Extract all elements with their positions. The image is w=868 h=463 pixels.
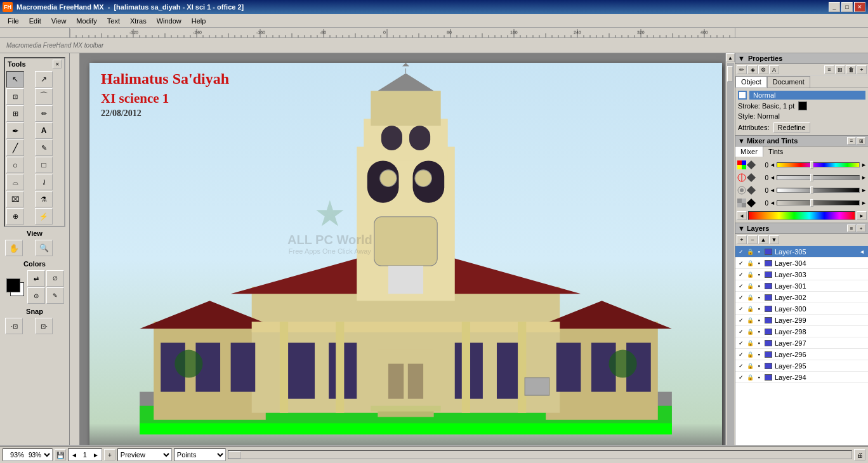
menu-item-file[interactable]: File <box>3 16 24 26</box>
layer-visibility-check[interactable]: ✓ <box>737 271 746 278</box>
layer-visibility-check[interactable]: ✓ <box>737 329 746 335</box>
layer-visibility-check[interactable]: ✓ <box>737 283 746 289</box>
layer-lock-icon[interactable]: 🔒 <box>746 317 754 323</box>
status-scrollbar[interactable] <box>228 450 852 459</box>
layer-lock-icon[interactable]: 🔒 <box>746 260 754 266</box>
props-add-icon[interactable]: + <box>857 65 867 74</box>
layer-visibility-check[interactable]: ✓ <box>737 260 746 266</box>
layer-row[interactable]: ✓ 🔒 ▪ Layer-303 <box>735 269 868 280</box>
knife-tool[interactable]: ⌧ <box>6 191 24 207</box>
crop-tool[interactable]: ⊞ <box>6 105 24 122</box>
layers-expand-icon[interactable]: ▼ <box>738 225 745 232</box>
snap-point-tool[interactable]: ⋅⊡ <box>5 318 23 334</box>
mixer-prev-color-button[interactable]: ◄ <box>737 211 747 220</box>
layer-lock-icon[interactable]: 🔒 <box>746 363 754 369</box>
snap-grid-tool[interactable]: ⊡⋅ <box>35 318 53 334</box>
mixer-arrow-left-1[interactable]: ◄ <box>770 162 775 168</box>
mixer-tab-mixer[interactable]: Mixer <box>735 147 763 157</box>
layer-lock-icon[interactable]: 🔒 <box>746 374 754 381</box>
layer-visibility-check[interactable]: ✓ <box>737 294 746 301</box>
maximize-button[interactable]: □ <box>841 2 853 12</box>
add-page-button[interactable]: + <box>104 449 115 460</box>
swap-colors-button[interactable]: ⇄ <box>27 270 45 287</box>
props-effect-icon[interactable]: ⚙ <box>758 65 768 74</box>
layer-row[interactable]: ✓ 🔒 ▪ Layer-299 <box>735 315 868 326</box>
ellipse-tool[interactable]: ○ <box>6 157 24 173</box>
blend-tool[interactable]: ⊕ <box>6 208 24 225</box>
props-list-icon[interactable]: ≡ <box>824 65 834 74</box>
mixer-arrow-right-1[interactable]: ► <box>861 162 867 168</box>
props-text-icon[interactable]: A <box>769 65 779 74</box>
pencil-tool[interactable]: ✎ <box>35 140 53 156</box>
layer-row[interactable]: ✓ 🔒 ▪ Layer-302 <box>735 292 868 303</box>
preview-select[interactable]: Preview Keyline Fast Preview <box>117 448 172 461</box>
menu-item-view[interactable]: View <box>46 16 72 26</box>
mixer-slider-2[interactable] <box>777 175 860 180</box>
eyedrop-tool[interactable]: ⚗ <box>35 191 53 207</box>
layer-lock-icon[interactable]: 🔒 <box>746 294 754 301</box>
layer-lock-icon[interactable]: 🔒 <box>746 283 754 289</box>
mixer-grid-button[interactable]: ⊞ <box>857 137 865 145</box>
layer-lock-icon[interactable]: 🔒 <box>746 351 754 358</box>
layer-lock-icon[interactable]: 🔒 <box>746 329 754 335</box>
mixer-expand-icon[interactable]: ▼ <box>738 137 745 145</box>
page-input[interactable] <box>79 451 91 459</box>
menu-item-text[interactable]: Text <box>102 16 125 26</box>
layer-expand-arrow[interactable]: ◄ <box>859 249 867 255</box>
save-button[interactable]: 💾 <box>55 449 66 460</box>
layers-move-down-button[interactable]: ▼ <box>769 235 779 244</box>
fill-none-button[interactable]: ∅ <box>46 270 64 287</box>
layer-visibility-check[interactable]: ✓ <box>737 306 746 312</box>
props-grid-icon[interactable]: ⊞ <box>835 65 845 74</box>
layer-row[interactable]: ✓ 🔒 ▪ Layer-297 <box>735 337 868 349</box>
menu-item-modify[interactable]: Modify <box>71 16 102 26</box>
prev-page-button[interactable]: ◄ <box>70 452 79 459</box>
trace-tool[interactable]: ✏ <box>35 105 53 122</box>
tab-object[interactable]: Object <box>735 76 767 88</box>
mixer-next-color-button[interactable]: ► <box>857 211 867 220</box>
reshape-tool[interactable]: ⤸ <box>35 174 53 190</box>
mixer-arrow-right-3[interactable]: ► <box>861 187 867 193</box>
mixer-tab-tints[interactable]: Tints <box>763 147 788 157</box>
properties-expand-icon[interactable]: ▼ <box>738 55 745 62</box>
zoom-tool[interactable]: 🔍 <box>35 240 53 256</box>
mixer-slider-1[interactable] <box>777 162 860 167</box>
line-tool[interactable]: ╱ <box>6 140 24 156</box>
scroll-up-button[interactable]: ▲ <box>726 53 735 62</box>
canvas-area[interactable]: Halimatus Sa'diyah XI science 1 22/08/20… <box>80 53 735 463</box>
rectangle-tool[interactable]: □ <box>35 157 53 173</box>
menu-item-edit[interactable]: Edit <box>24 16 46 26</box>
mixer-color-spectrum[interactable] <box>748 211 855 220</box>
mixer-slider-4[interactable] <box>777 200 860 205</box>
mixer-arrow-left-4[interactable]: ◄ <box>770 200 775 206</box>
pen-tool[interactable]: ✒ <box>6 122 24 139</box>
layer-visibility-check[interactable]: ✓ <box>737 317 746 323</box>
layers-delete-button[interactable]: − <box>747 235 758 244</box>
props-fill-icon[interactable]: ◈ <box>747 65 758 74</box>
print-button[interactable]: 🖨 <box>854 449 865 460</box>
layer-row[interactable]: ✓ 🔒 ▪ Layer-298 <box>735 326 868 337</box>
layer-lock-icon[interactable]: 🔒 <box>746 306 754 312</box>
scale-tool[interactable]: ⊡ <box>6 88 24 105</box>
layer-row[interactable]: ✓ 🔒 ▪ Layer-305 ◄ <box>735 246 868 258</box>
layer-visibility-check[interactable]: ✓ <box>737 351 746 358</box>
zoom-dropdown[interactable]: 93% <box>26 451 52 459</box>
layer-row[interactable]: ✓ 🔒 ▪ Layer-295 <box>735 360 868 372</box>
subselect-tool[interactable]: ↗ <box>35 71 53 88</box>
text-tool[interactable]: A <box>35 122 53 139</box>
connector-tool[interactable]: ⚡ <box>35 208 53 225</box>
props-delete-icon[interactable]: 🗑 <box>846 65 856 74</box>
layer-row[interactable]: ✓ 🔒 ▪ Layer-300 <box>735 303 868 315</box>
layer-row[interactable]: ✓ 🔒 ▪ Layer-296 <box>735 349 868 360</box>
layer-lock-icon[interactable]: 🔒 <box>746 271 754 278</box>
layers-options-button[interactable]: ≡ <box>847 225 856 232</box>
mixer-arrow-right-4[interactable]: ► <box>861 200 867 206</box>
tools-close-button[interactable]: ✕ <box>53 60 62 68</box>
props-stroke-icon[interactable]: ✏ <box>737 65 747 74</box>
canvas-vscrollbar[interactable]: ▲ ▼ <box>725 53 735 458</box>
tab-document[interactable]: Document <box>767 76 810 88</box>
layer-row[interactable]: ✓ 🔒 ▪ Layer-301 <box>735 280 868 292</box>
mixer-arrow-left-3[interactable]: ◄ <box>770 187 775 193</box>
layers-new-button[interactable]: + <box>857 225 865 232</box>
next-page-button[interactable]: ► <box>91 452 100 459</box>
